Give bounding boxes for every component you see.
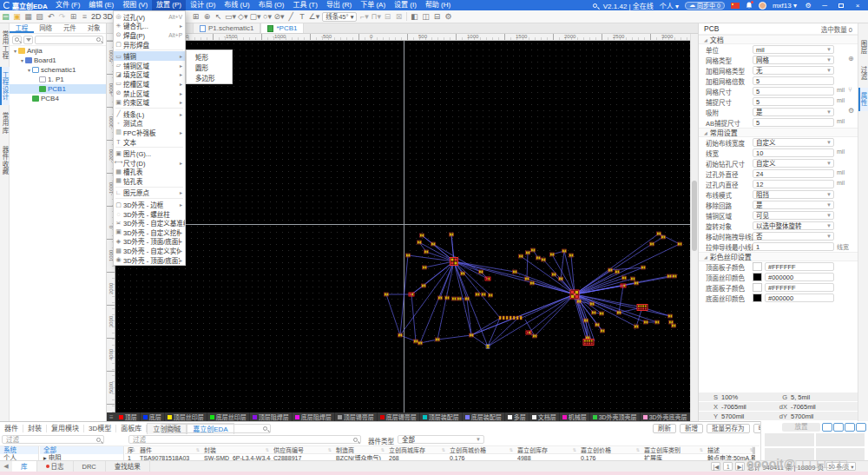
menubar-item[interactable]: 导出 (R): [322, 0, 356, 10]
grid-icon[interactable]: ⊞: [68, 10, 79, 23]
rect-tool-icon[interactable]: ▭▾: [224, 10, 237, 23]
project-panel-tab[interactable]: 元件: [58, 23, 82, 33]
panel-left-icon[interactable]: ◧: [409, 10, 420, 23]
table-column-header[interactable]: 封装⇅: [201, 446, 271, 453]
place-menu-item[interactable]: ▩3D外壳 - 自定义实体▸: [114, 246, 185, 255]
section-header[interactable]: 常用设置: [699, 128, 858, 137]
pagination-page[interactable]: 1: [723, 462, 733, 471]
place-menu-item[interactable]: ⟷尺寸(D)▸: [114, 158, 185, 168]
menubar-item[interactable]: 设计 (D): [186, 0, 220, 10]
tree-item[interactable]: ▾Board1: [10, 56, 106, 65]
place-menu-item[interactable]: ◎过孔(V)Alt+V: [114, 12, 185, 22]
row-side-icon[interactable]: ⊕: [848, 55, 854, 63]
import-icon[interactable]: ▧: [34, 10, 45, 23]
library-source-tab[interactable]: 器件: [0, 425, 23, 432]
property-input[interactable]: #000000: [765, 273, 834, 281]
copper-submenu-item[interactable]: 多边形: [187, 72, 232, 82]
property-select[interactable]: 可见▼: [753, 211, 834, 220]
place-menu-item[interactable]: ▢3D外壳 - 边框▸: [114, 200, 185, 209]
menubar-item[interactable]: 设置 (I): [390, 0, 421, 10]
project-panel-tab[interactable]: 工程: [10, 23, 34, 33]
copper-submenu-item[interactable]: 圆形: [187, 62, 232, 72]
menubar-item[interactable]: 视图 (V): [118, 0, 152, 10]
place-menu-item[interactable]: ⊙焊盘(P)Alt+P: [114, 30, 185, 40]
place-menu-item[interactable]: ⊘禁止区域▸: [114, 89, 185, 98]
redo-icon[interactable]: ↷: [56, 10, 68, 23]
route-angle-dropdown[interactable]: 线条45° ▾: [322, 12, 357, 22]
table-column-header[interactable]: 供应商编号⇅: [271, 446, 333, 453]
document-tab[interactable]: P1.schematic1: [193, 23, 260, 33]
project-panel-tab[interactable]: 对象: [82, 23, 106, 33]
place-menu-item[interactable]: ◈3D外壳 - 顶面/底面挖槽区域▸: [114, 237, 185, 247]
property-input[interactable]: #FFFFFF: [765, 283, 834, 292]
layer-chip[interactable]: 顶层装配层: [420, 412, 463, 421]
place-menu-item[interactable]: ∟图元原点▸: [114, 188, 185, 198]
collapse-panel-icon[interactable]: ◀: [0, 463, 12, 470]
route2-icon[interactable]: ⊓▾: [370, 10, 382, 23]
tree-filter-button[interactable]: [23, 36, 33, 44]
layer-config-icon[interactable]: ≡: [107, 413, 116, 421]
table-row[interactable]: 1TSA90781518A03SW-SMD_6P-L3.4-W3.4-P2.0.…: [125, 454, 755, 460]
layer-chip[interactable]: 3D外壳底壳层: [641, 412, 690, 421]
square-tool-icon[interactable]: ▢▾: [249, 10, 262, 23]
copper-submenu-item[interactable]: 矩形: [187, 51, 232, 62]
color-swatch[interactable]: [753, 262, 762, 271]
property-input[interactable]: 24: [753, 169, 834, 178]
tree-item[interactable]: PCB1: [10, 84, 106, 94]
minimize-button[interactable]: ─: [819, 2, 830, 10]
layer-chip[interactable]: 3D外壳顶壳层: [590, 412, 641, 421]
settings-icon[interactable]: ⚙: [443, 10, 454, 23]
tree-item[interactable]: 1. P1: [10, 75, 106, 84]
table-column-header[interactable]: 嘉立创库类别⇅: [641, 446, 705, 453]
table-column-header[interactable]: 立创商城库存⇅: [386, 446, 447, 453]
row-side-icon[interactable]: ⑂: [848, 86, 852, 94]
list-icon[interactable]: ≡: [79, 10, 90, 23]
pcb-mode-button[interactable]: [845, 423, 855, 432]
document-tab[interactable]: *PCB1: [260, 23, 304, 33]
category-filter-input[interactable]: 过滤: [2, 435, 104, 444]
place-menu-item[interactable]: ▢异形焊盘: [114, 40, 185, 49]
library-search-input[interactable]: 搜索: [161, 424, 271, 433]
property-select[interactable]: 是▼: [753, 201, 834, 209]
cursor-icon[interactable]: ↖: [213, 10, 224, 23]
user-avatar[interactable]: [759, 2, 766, 10]
property-select[interactable]: 否▼: [753, 232, 834, 241]
place-menu-item[interactable]: ✳键合孔...▸: [114, 22, 185, 31]
table-column-header[interactable]: 立创商城价格⇅: [447, 446, 515, 453]
tree-item[interactable]: ▾schematic1: [10, 65, 106, 75]
bottom-tab[interactable]: 库: [12, 461, 37, 472]
place-menu-item[interactable]: ◪填充区域▸: [114, 70, 185, 80]
place-menu-item[interactable]: ▦钻孔表: [114, 176, 185, 186]
place-menu-item[interactable]: ≍3D外壳 - 自定义基准线: [114, 218, 185, 228]
right-dock-tab[interactable]: 过滤: [858, 62, 868, 85]
property-select[interactable]: 阻挡▼: [753, 190, 834, 199]
pcb-canvas[interactable]: [115, 41, 690, 412]
property-input[interactable]: #FFFFFF: [765, 262, 834, 271]
text-tool-icon[interactable]: T: [297, 10, 308, 23]
property-select[interactable]: 是▼: [753, 108, 834, 116]
lock-icon[interactable]: ⊟: [382, 10, 393, 23]
canvas-grid-icon[interactable]: ⊞: [190, 10, 201, 23]
section-header[interactable]: 文档: [699, 35, 858, 44]
dimension-tool-icon[interactable]: ∠▾: [308, 10, 321, 23]
layer-chip[interactable]: 顶层: [116, 412, 141, 421]
classification-item[interactable]: 全部: [40, 446, 123, 454]
property-input[interactable]: #000000: [765, 294, 834, 302]
new-file-icon[interactable]: ▤: [0, 10, 11, 23]
property-input[interactable]: 5: [753, 76, 834, 85]
place-menu-item[interactable]: ▱铺铜区域▸: [114, 61, 185, 70]
menubar-item[interactable]: 帮助 (H): [421, 0, 455, 10]
maximize-button[interactable]: [836, 2, 846, 10]
place-menu-item[interactable]: ▭铺铜▸: [114, 51, 185, 61]
bottom-tab[interactable]: 查找结果: [106, 461, 150, 472]
property-select[interactable]: 以选中整体旋转▼: [753, 221, 834, 230]
tree-search-button[interactable]: [12, 36, 22, 44]
undo-icon[interactable]: ↶: [45, 10, 56, 23]
color-swatch[interactable]: [753, 273, 762, 281]
menubar-item[interactable]: 布线 (U): [220, 0, 253, 10]
library-action-button[interactable]: 刷新: [653, 424, 676, 433]
polygon-tool-icon[interactable]: ◇▾: [237, 10, 248, 23]
library-action-button[interactable]: 新增: [680, 424, 703, 433]
left-dock-tab[interactable]: 器件收藏: [0, 142, 10, 180]
line-tool-icon[interactable]: ╱: [286, 10, 297, 23]
